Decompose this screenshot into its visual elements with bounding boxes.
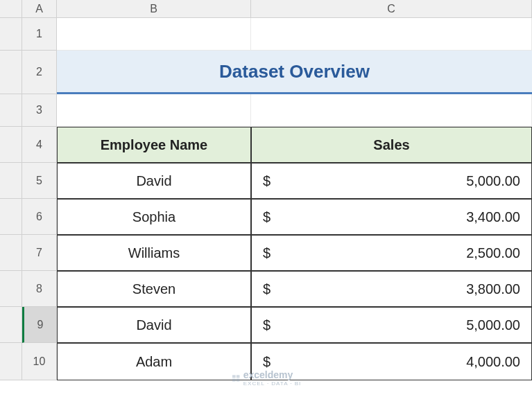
spreadsheet-grid: A B C 1 2 Dataset Overview 3 4 Employee … [0, 0, 532, 380]
currency-symbol: $ [263, 245, 271, 261]
table-cell-name[interactable]: Steven [57, 271, 251, 307]
select-all-corner[interactable] [0, 0, 22, 18]
gutter [0, 127, 22, 163]
row-header-8[interactable]: 8 [22, 271, 57, 307]
table-cell-name[interactable]: David [57, 307, 251, 343]
row-header-3[interactable]: 3 [22, 94, 57, 127]
row-header-10[interactable]: 10 [22, 343, 57, 380]
gutter [0, 51, 22, 94]
column-header-c[interactable]: C [251, 0, 532, 18]
page-title[interactable]: Dataset Overview [57, 51, 532, 94]
column-header-b[interactable]: B [57, 0, 251, 18]
row-header-9[interactable]: 9 [22, 307, 57, 343]
currency-symbol: $ [263, 354, 271, 370]
currency-symbol: $ [263, 281, 271, 297]
table-cell-sales[interactable]: $ 4,000.00 [251, 343, 532, 380]
column-header-a[interactable]: A [22, 0, 57, 18]
sales-amount: 3,800.00 [466, 281, 520, 297]
row-header-5[interactable]: 5 [22, 163, 57, 199]
cell-c1[interactable] [251, 18, 532, 51]
currency-symbol: $ [263, 317, 271, 333]
gutter [0, 94, 22, 127]
gutter [0, 271, 22, 307]
gutter [0, 235, 22, 271]
row-header-4[interactable]: 4 [22, 127, 57, 163]
gutter [0, 307, 22, 343]
sales-amount: 4,000.00 [466, 354, 520, 370]
cell-b1[interactable] [57, 18, 251, 51]
table-cell-name[interactable]: Sophia [57, 199, 251, 235]
gutter [0, 163, 22, 199]
gutter [0, 343, 22, 380]
watermark-tagline: EXCEL · DATA · BI [243, 380, 302, 387]
table-cell-name[interactable]: David [57, 163, 251, 199]
row-header-2[interactable]: 2 [22, 51, 57, 94]
table-cell-sales[interactable]: $ 5,000.00 [251, 163, 532, 199]
row-header-6[interactable]: 6 [22, 199, 57, 235]
sales-amount: 3,400.00 [466, 209, 520, 225]
row-header-1[interactable]: 1 [22, 18, 57, 51]
row-header-7[interactable]: 7 [22, 235, 57, 271]
currency-symbol: $ [263, 173, 271, 189]
table-cell-sales[interactable]: $ 3,400.00 [251, 199, 532, 235]
table-cell-name[interactable]: Adam [57, 343, 251, 380]
sales-amount: 5,000.00 [466, 317, 520, 333]
currency-symbol: $ [263, 209, 271, 225]
table-cell-sales[interactable]: $ 5,000.00 [251, 307, 532, 343]
sales-amount: 2,500.00 [466, 245, 520, 261]
table-cell-sales[interactable]: $ 3,800.00 [251, 271, 532, 307]
cell-c3[interactable] [251, 94, 532, 127]
table-cell-name[interactable]: Williams [57, 235, 251, 271]
gutter [0, 199, 22, 235]
table-header-sales[interactable]: Sales [251, 127, 532, 163]
cell-b3[interactable] [57, 94, 251, 127]
table-cell-sales[interactable]: $ 2,500.00 [251, 235, 532, 271]
gutter [0, 18, 22, 51]
table-header-employee[interactable]: Employee Name [57, 127, 251, 163]
sales-amount: 5,000.00 [466, 173, 520, 189]
